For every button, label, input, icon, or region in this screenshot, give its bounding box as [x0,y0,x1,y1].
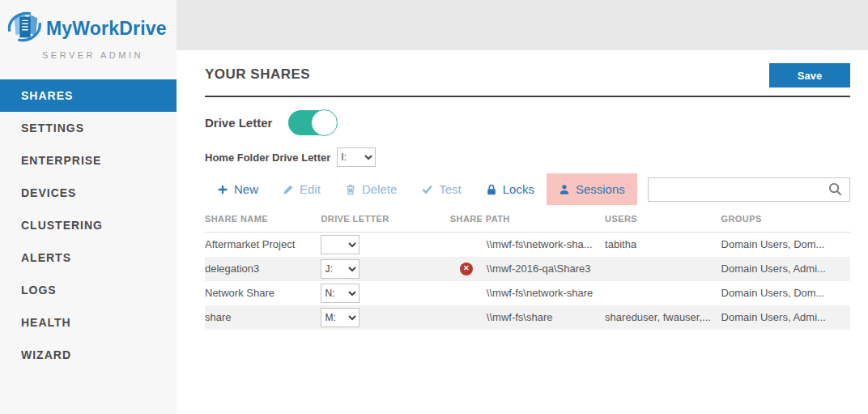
share-path-cell: \\mwf-fs\share [450,305,605,330]
share-path-text: \\mwf-fs\network-sha... [487,238,593,250]
sidebar-item-logs[interactable]: LOGS [0,274,177,306]
new-button[interactable]: New [205,173,270,205]
brand-logo: MyWorkDrive SERVER ADMIN [0,0,177,79]
top-bar [177,0,868,50]
sidebar-item-settings[interactable]: SETTINGS [0,112,177,144]
drive-letter-cell: N: [321,281,449,305]
shares-table: SHARE NAME DRIVE LETTER SHARE PATH USERS… [205,207,850,330]
share-path-cell: \\mwf-fs\network-sha... [450,233,605,257]
locks-button[interactable]: Locks [474,173,547,205]
drive-letter-select[interactable]: N: [321,284,360,303]
myworkdrive-logo-icon [6,10,42,47]
save-button[interactable]: Save [769,63,850,87]
edit-button[interactable]: Edit [270,173,333,205]
delete-button[interactable]: Delete [333,173,409,205]
drive-letter-select[interactable]: M: [321,308,360,327]
share-name-cell: Aftermarket Project [205,233,321,257]
users-cell [605,281,721,305]
lock-icon [486,184,497,195]
search-box [648,177,850,202]
sidebar-item-enterprise[interactable]: ENTERPRISE [0,144,177,177]
column-header-share-name: SHARE NAME [205,207,321,233]
column-header-share-path: SHARE PATH [450,207,605,233]
content-area: YOUR SHARES Save Drive Letter Home Folde… [177,50,868,330]
users-cell: shareduser, fwauser,... [605,305,721,330]
main-area: YOUR SHARES Save Drive Letter Home Folde… [177,0,868,414]
share-path-cell: \\mwf-fs\network-share [450,281,605,305]
home-folder-label: Home Folder Drive Letter [205,152,330,164]
check-icon [421,183,433,195]
brand-name: MyWorkDrive [46,18,167,40]
shares-toolbar: New Edit Delete [205,173,850,205]
sessions-button[interactable]: Sessions [547,173,637,205]
pencil-icon [283,184,294,195]
drive-letter-cell: J: [321,257,449,281]
brand-subtitle: SERVER ADMIN [42,50,170,60]
sidebar-item-alerts[interactable]: ALERTS [0,241,177,274]
share-name-cell: share [205,305,321,330]
error-icon: ✕ [460,262,473,275]
drive-letter-toggle[interactable] [288,110,337,135]
sidebar-nav: SHARES SETTINGS ENTERPRISE DEVICES CLUST… [0,79,177,371]
groups-cell: Domain Users, Admi... [721,305,850,330]
home-folder-setting: Home Folder Drive Letter I: [205,147,850,167]
shares-table-body: Aftermarket Project \\mwf-fs\network-sha… [205,233,850,330]
drive-letter-select[interactable] [321,235,360,254]
search-icon[interactable] [828,181,843,197]
page-header: YOUR SHARES Save [205,63,850,97]
column-header-groups: GROUPS [721,207,850,233]
table-row[interactable]: Aftermarket Project \\mwf-fs\network-sha… [205,233,850,257]
search-input[interactable] [655,179,828,200]
groups-cell: Domain Users, Dom... [721,233,850,257]
share-path-text: \\mwf-fs\network-share [487,287,593,299]
table-row[interactable]: share M: \\mwf-fs\share shareduser, fwau… [205,305,850,330]
table-row[interactable]: Network Share N: \\mwf-fs\network-share … [205,281,850,305]
table-header-row: SHARE NAME DRIVE LETTER SHARE PATH USERS… [205,207,850,233]
test-button[interactable]: Test [409,173,474,205]
drive-letter-cell [321,233,449,257]
sidebar-item-shares[interactable]: SHARES [0,79,177,112]
trash-icon [345,184,356,195]
groups-cell: Domain Users, Dom... [721,281,850,305]
users-cell: tabitha [605,233,721,257]
drive-letter-label: Drive Letter [205,116,272,130]
sidebar-item-devices[interactable]: DEVICES [0,177,177,209]
sidebar: MyWorkDrive SERVER ADMIN SHARES SETTINGS… [0,0,177,414]
plus-icon [217,184,228,195]
sidebar-item-health[interactable]: HEALTH [0,306,177,339]
page-title: YOUR SHARES [205,66,310,87]
share-path-text: \\mwf-fs\share [487,311,553,323]
drive-letter-select[interactable]: J: [321,259,360,279]
table-row[interactable]: delegation3 J: ✕ \\mwf-2016-qa\Share3 Do… [205,257,850,281]
toggle-knob [311,109,338,136]
share-path-cell: ✕ \\mwf-2016-qa\Share3 [450,257,605,281]
share-path-text: \\mwf-2016-qa\Share3 [487,262,591,275]
share-name-cell: delegation3 [205,257,321,281]
column-header-users: USERS [605,207,721,233]
share-name-cell: Network Share [205,281,321,305]
home-folder-drive-letter-select[interactable]: I: [337,147,376,167]
column-header-drive-letter: DRIVE LETTER [321,207,449,233]
sidebar-item-clustering[interactable]: CLUSTERING [0,209,177,241]
groups-cell: Domain Users, Admi... [721,257,850,281]
drive-letter-setting: Drive Letter [205,110,850,135]
sidebar-item-wizard[interactable]: WIZARD [0,339,177,371]
users-cell [605,257,721,281]
user-icon [559,184,570,195]
drive-letter-cell: M: [321,305,449,330]
app-window: MyWorkDrive SERVER ADMIN SHARES SETTINGS… [0,0,868,414]
